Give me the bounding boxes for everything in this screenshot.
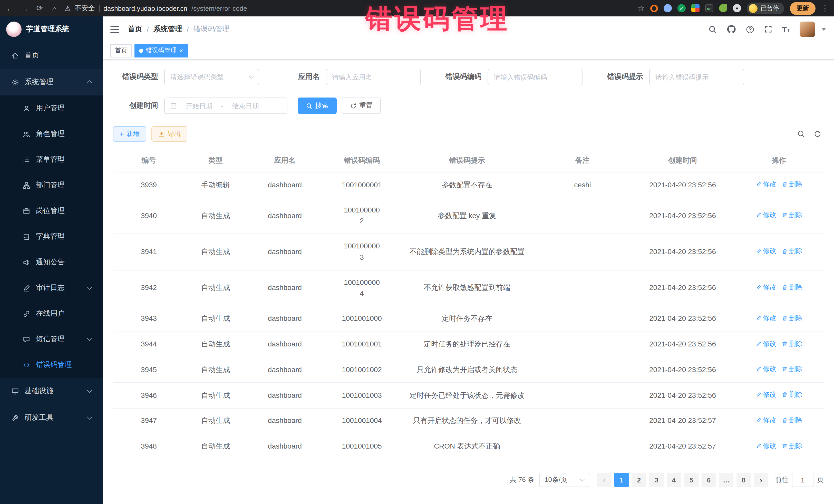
add-button[interactable]: + 新增 — [113, 126, 146, 141]
sidebar-item-audit-log[interactable]: 审计日志 — [0, 275, 103, 301]
back-icon[interactable]: ← — [5, 4, 14, 13]
edit-link[interactable]: 修改 — [755, 313, 776, 323]
font-size-icon[interactable]: TT — [782, 25, 790, 34]
address-bar[interactable]: ⚠ 不安全 dashboard.yudao.iocoder.cn/system/… — [65, 4, 632, 13]
sidebar-item-role-management[interactable]: 角色管理 — [0, 121, 103, 147]
breadcrumb-current: 错误码管理 — [194, 25, 229, 34]
page-button-4[interactable]: 4 — [667, 473, 681, 487]
bookmark-star-icon[interactable]: ☆ — [638, 4, 644, 13]
delete-link[interactable]: 删除 — [782, 390, 803, 400]
edit-link[interactable]: 修改 — [755, 210, 776, 220]
search-icon[interactable] — [708, 25, 717, 34]
error-code-input[interactable] — [488, 69, 582, 85]
next-page-button[interactable]: › — [754, 473, 768, 487]
page-button-1[interactable]: 1 — [614, 473, 629, 487]
hamburger-icon[interactable] — [110, 26, 119, 33]
profile-paused-chip[interactable]: 已暂停 — [747, 2, 784, 14]
page-size-select[interactable]: 10条/页 — [540, 473, 589, 487]
sidebar-item-online-user[interactable]: 在线用户 — [0, 301, 103, 326]
delete-link[interactable]: 删除 — [782, 246, 803, 256]
cell-msg: 只允许修改为开启或者关闭状态 — [400, 357, 534, 383]
sidebar-item-sms-management[interactable]: 短信管理 — [0, 326, 103, 352]
page-button-6[interactable]: 6 — [702, 473, 716, 487]
page-button-3[interactable]: 3 — [649, 473, 664, 487]
sidebar-item-menu-management[interactable]: 菜单管理 — [0, 147, 103, 172]
delete-link[interactable]: 删除 — [782, 282, 803, 292]
edit-link[interactable]: 修改 — [755, 338, 776, 349]
cell-time: 2021-04-20 23:52:57 — [631, 434, 734, 459]
delete-link[interactable]: 删除 — [782, 441, 803, 451]
delete-link[interactable]: 删除 — [782, 338, 803, 349]
sidebar-item-notice[interactable]: 通知公告 — [0, 249, 103, 275]
avatar[interactable] — [799, 22, 815, 37]
extension-icon[interactable] — [664, 4, 672, 12]
app-name-input[interactable] — [326, 69, 420, 85]
table-body: 3939手动编辑dashboard1001000001参数配置不存在ceshi2… — [113, 172, 824, 459]
sidebar-item-infrastructure[interactable]: 基础设施 — [0, 378, 103, 404]
help-icon[interactable] — [745, 25, 754, 34]
tab-home[interactable]: 首页 — [110, 44, 132, 57]
sidebar-item-error-code-management[interactable]: 错误码管理 — [0, 352, 103, 378]
chevron-down-icon[interactable] — [822, 28, 826, 30]
delete-link[interactable]: 删除 — [782, 210, 803, 220]
edit-link[interactable]: 修改 — [755, 415, 776, 425]
sidebar-item-home[interactable]: 首页 — [0, 42, 103, 69]
edit-link[interactable]: 修改 — [755, 282, 776, 292]
extension-icon[interactable] — [691, 4, 700, 12]
edit-link[interactable]: 修改 — [755, 179, 776, 190]
toggle-search-icon[interactable] — [797, 130, 805, 138]
extension-icon[interactable]: ✓ — [678, 4, 686, 12]
delete-link[interactable]: 删除 — [782, 415, 803, 425]
tab-error-code[interactable]: 错误码管理 × — [134, 44, 188, 57]
reset-button[interactable]: 重置 — [342, 97, 381, 114]
delete-link[interactable]: 删除 — [782, 364, 803, 374]
search-button[interactable]: 搜索 — [298, 97, 337, 114]
sidebar-item-dept-management[interactable]: 部门管理 — [0, 172, 103, 198]
sidebar-item-label: 菜单管理 — [36, 155, 65, 164]
start-date-input[interactable] — [181, 102, 218, 110]
sidebar-item-label: 岗位管理 — [36, 206, 65, 216]
error-type-select[interactable]: 请选择错误码类型 — [164, 69, 259, 85]
sidebar-item-dict-management[interactable]: 字典管理 — [0, 224, 103, 249]
sidebar-item-post-management[interactable]: 岗位管理 — [0, 198, 103, 224]
extension-icon[interactable]: on — [705, 4, 714, 12]
error-msg-input[interactable] — [650, 69, 744, 85]
browser-menu-icon[interactable]: ⋮ — [821, 4, 829, 13]
refresh-icon[interactable] — [813, 130, 822, 138]
browser-update-button[interactable]: 更新 — [790, 2, 815, 15]
export-button[interactable]: 导出 — [151, 126, 187, 141]
end-date-input[interactable] — [227, 102, 264, 110]
edit-link[interactable]: 修改 — [755, 246, 776, 256]
github-icon[interactable] — [726, 25, 736, 34]
tab-close-icon[interactable]: × — [179, 47, 183, 54]
page-button-2[interactable]: 2 — [632, 473, 646, 487]
edit-link[interactable]: 修改 — [755, 364, 776, 374]
sidebar-item-user-management[interactable]: 用户管理 — [0, 95, 103, 121]
browser-home-icon[interactable]: ⌂ — [50, 4, 59, 13]
extension-icon[interactable] — [719, 4, 727, 12]
reload-icon[interactable]: ⟳ — [35, 4, 44, 13]
pinned-extension-icon[interactable]: ● — [733, 4, 741, 12]
delete-link[interactable]: 删除 — [782, 179, 803, 190]
breadcrumb-home[interactable]: 首页 — [128, 25, 142, 34]
fullscreen-icon[interactable] — [764, 25, 772, 34]
edit-link[interactable]: 修改 — [755, 441, 776, 451]
sidebar-item-dev-tools[interactable]: 研发工具 — [0, 404, 103, 431]
cell-actions: 修改删除 — [734, 306, 824, 332]
delete-link[interactable]: 删除 — [782, 313, 803, 323]
page-button-8[interactable]: 8 — [737, 473, 751, 487]
page-button-5[interactable]: 5 — [684, 473, 699, 487]
goto-page-input[interactable] — [792, 473, 813, 487]
cell-msg: 定时任务的处理器已经存在 — [400, 332, 534, 357]
breadcrumb-system[interactable]: 系统管理 — [153, 25, 182, 34]
edit-link[interactable]: 修改 — [755, 390, 776, 400]
prev-page-button[interactable]: ‹ — [597, 473, 611, 487]
page-more-button[interactable]: … — [719, 473, 733, 487]
extension-icon[interactable] — [650, 4, 658, 12]
logo[interactable]: 芋道管理系统 — [0, 17, 103, 42]
logo-title: 芋道管理系统 — [26, 25, 69, 34]
date-range-picker[interactable]: - — [164, 97, 287, 114]
forward-icon[interactable]: → — [20, 4, 29, 13]
sidebar-item-system-management[interactable]: 系统管理 — [0, 69, 103, 95]
cell-id: 3944 — [113, 332, 185, 357]
